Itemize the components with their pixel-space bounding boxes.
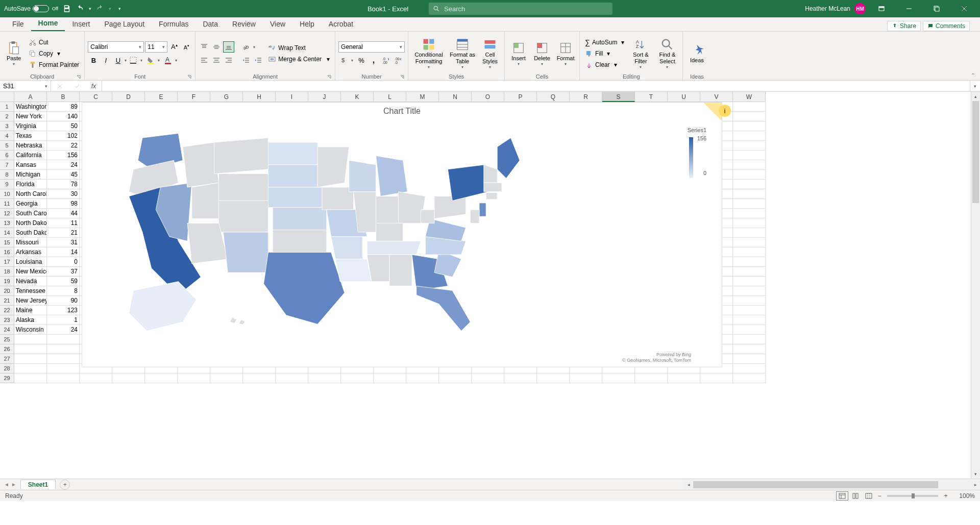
col-header-M[interactable]: M: [406, 92, 439, 102]
align-center-button[interactable]: [211, 55, 222, 66]
undo-icon[interactable]: [76, 4, 85, 13]
cell-W18[interactable]: [733, 267, 766, 277]
cell-T29[interactable]: [635, 373, 668, 383]
user-avatar[interactable]: HM: [854, 3, 866, 14]
cell-V29[interactable]: [700, 373, 733, 383]
cell-W15[interactable]: [733, 238, 766, 247]
cell-W5[interactable]: [733, 141, 766, 151]
paste-button[interactable]: Paste▾: [3, 34, 24, 73]
merge-center-button[interactable]: Merge & Center▾: [266, 54, 332, 64]
row-header-28[interactable]: 28: [0, 364, 14, 373]
cell-D29[interactable]: [112, 373, 145, 383]
find-select-button[interactable]: Find & Select▾: [655, 34, 679, 73]
cell-W12[interactable]: [733, 209, 766, 218]
cell-A26[interactable]: [14, 344, 47, 354]
zoom-level[interactable]: 100%: [954, 492, 975, 499]
page-layout-view-button[interactable]: [849, 491, 862, 501]
cell-A5[interactable]: Nebraska: [14, 141, 47, 151]
col-header-W[interactable]: W: [733, 92, 766, 102]
row-header-20[interactable]: 20: [0, 286, 14, 296]
tab-page-layout[interactable]: Page Layout: [97, 17, 152, 31]
row-header-24[interactable]: 24: [0, 325, 14, 335]
cell-R29[interactable]: [570, 373, 602, 383]
col-header-C[interactable]: C: [80, 92, 112, 102]
share-button[interactable]: Share: [887, 21, 921, 31]
cell-W20[interactable]: [733, 286, 766, 296]
add-sheet-button[interactable]: +: [60, 480, 70, 490]
conditional-formatting-button[interactable]: Conditional Formatting▾: [411, 34, 446, 73]
name-box[interactable]: S31▾: [0, 81, 51, 91]
save-icon[interactable]: [62, 4, 71, 13]
row-header-1[interactable]: 1: [0, 102, 14, 112]
cell-W7[interactable]: [733, 160, 766, 170]
decrease-indent-button[interactable]: [240, 55, 252, 66]
cell-B3[interactable]: 50: [47, 121, 80, 131]
row-header-16[interactable]: 16: [0, 247, 14, 257]
undo-chevron[interactable]: ▾: [89, 6, 91, 11]
fill-button[interactable]: Fill▾: [583, 48, 626, 59]
increase-decimal-button[interactable]: .0.00: [380, 55, 391, 66]
tab-review[interactable]: Review: [225, 17, 263, 31]
cell-B5[interactable]: 22: [47, 141, 80, 151]
clear-button[interactable]: Clear▾: [583, 60, 626, 70]
row-header-23[interactable]: 23: [0, 315, 14, 325]
select-all-button[interactable]: [0, 92, 14, 102]
cell-B13[interactable]: 11: [47, 218, 80, 228]
worksheet-grid[interactable]: ABCDEFGHIJKLMNOPQRSTUVW 1234567891011121…: [0, 92, 980, 479]
cell-O29[interactable]: [472, 373, 504, 383]
vscroll-thumb[interactable]: [972, 101, 979, 203]
row-header-17[interactable]: 17: [0, 257, 14, 267]
borders-button[interactable]: [128, 55, 139, 66]
zoom-out-button[interactable]: −: [876, 492, 883, 499]
scroll-up-arrow[interactable]: ▴: [971, 92, 980, 101]
cell-B20[interactable]: 8: [47, 286, 80, 296]
qat-customize-icon[interactable]: ▾: [118, 6, 121, 11]
cell-A24[interactable]: Wisconsin: [14, 325, 47, 335]
tab-help[interactable]: Help: [292, 17, 322, 31]
scroll-right-arrow[interactable]: ▸: [971, 482, 980, 487]
cell-A3[interactable]: Virginia: [14, 121, 47, 131]
cell-S29[interactable]: [602, 373, 635, 383]
cell-B21[interactable]: 90: [47, 296, 80, 306]
cell-W23[interactable]: [733, 315, 766, 325]
cell-W24[interactable]: [733, 325, 766, 335]
cell-B9[interactable]: 78: [47, 180, 80, 189]
cell-B15[interactable]: 31: [47, 238, 80, 247]
cell-B6[interactable]: 156: [47, 151, 80, 160]
cell-E29[interactable]: [145, 373, 178, 383]
col-header-D[interactable]: D: [112, 92, 145, 102]
col-header-F[interactable]: F: [178, 92, 210, 102]
cell-W2[interactable]: [733, 112, 766, 121]
delete-cells-button[interactable]: Delete▾: [531, 34, 553, 73]
row-header-7[interactable]: 7: [0, 160, 14, 170]
autosave-toggle[interactable]: AutoSave Off: [4, 5, 58, 12]
bold-button[interactable]: B: [88, 55, 99, 66]
row-header-9[interactable]: 9: [0, 180, 14, 189]
format-cells-button[interactable]: Format▾: [555, 34, 576, 73]
cell-B19[interactable]: 59: [47, 277, 80, 286]
collapse-ribbon-button[interactable]: ⌃: [971, 72, 975, 78]
search-box[interactable]: Search: [429, 3, 612, 15]
cell-B22[interactable]: 123: [47, 306, 80, 315]
row-header-10[interactable]: 10: [0, 189, 14, 199]
cell-W26[interactable]: [733, 344, 766, 354]
row-header-27[interactable]: 27: [0, 354, 14, 364]
col-header-E[interactable]: E: [145, 92, 178, 102]
cell-A2[interactable]: New York: [14, 112, 47, 121]
increase-font-icon[interactable]: A▴: [168, 41, 180, 53]
font-launcher[interactable]: [187, 74, 192, 80]
col-header-Q[interactable]: Q: [537, 92, 570, 102]
cell-styles-button[interactable]: Cell Styles▾: [479, 34, 501, 73]
row-header-2[interactable]: 2: [0, 112, 14, 121]
scroll-down-arrow[interactable]: ▾: [971, 469, 980, 479]
row-header-5[interactable]: 5: [0, 141, 14, 151]
font-size-combo[interactable]: 11▾: [145, 41, 167, 53]
col-header-J[interactable]: J: [308, 92, 341, 102]
cell-W11[interactable]: [733, 199, 766, 209]
cell-A8[interactable]: Michigan: [14, 170, 47, 180]
clipboard-launcher[interactable]: [76, 74, 81, 80]
cell-W8[interactable]: [733, 170, 766, 180]
col-header-O[interactable]: O: [472, 92, 504, 102]
ribbon-display-options[interactable]: [870, 2, 893, 16]
cell-A10[interactable]: North Carolina: [14, 189, 47, 199]
